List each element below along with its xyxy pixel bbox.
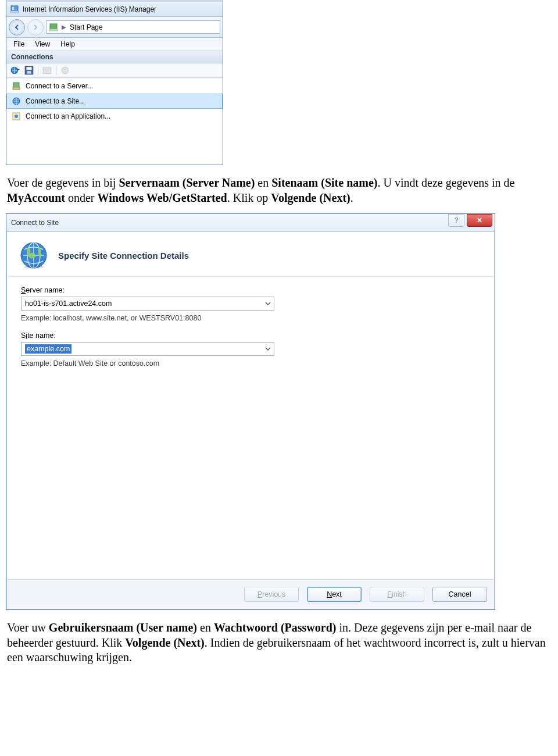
server-name-example: Example: localhost, www.site.net, or WES… [21,314,480,322]
breadcrumb-bar[interactable]: ▶ Start Page [46,20,220,34]
connect-site-item[interactable]: Connect to a Site... [6,94,223,109]
iis-icon [10,5,19,14]
menubar: File View Help [6,38,223,51]
dialog-close-button[interactable]: ✕ [467,214,492,227]
site-name-input[interactable]: example.com [21,342,274,356]
connect-server-item[interactable]: Connect to a Server... [6,79,223,94]
toolbar-separator [38,66,38,75]
save-icon[interactable] [24,65,34,76]
finish-button[interactable]: Finish [370,587,424,602]
instruction-paragraph-1: Voer de gegevens in bij Servernaam (Serv… [7,176,548,205]
toolbar-separator-2 [56,66,56,75]
connect-site-label: Connect to a Site... [26,97,85,105]
connections-panel-header: Connections [6,51,223,63]
globe-icon [12,97,21,106]
server-icon [12,81,21,91]
iis-manager-window: Internet Information Services (IIS) Mana… [6,0,223,165]
dialog-heading: Specify Site Connection Details [58,251,189,261]
site-name-example: Example: Default Web Site or contoso.com [21,359,480,368]
dialog-title: Connect to Site [11,219,59,227]
svg-rect-7 [27,67,32,70]
dialog-header: Specify Site Connection Details [7,232,494,277]
connect-to-site-dialog: Connect to Site ? ✕ [6,213,495,610]
menu-help[interactable]: Help [60,40,75,48]
window-title: Internet Information Services (IIS) Mana… [23,5,156,13]
svg-point-15 [15,115,18,118]
breadcrumb-text: Start Page [70,23,103,31]
disabled-tool-1-icon [42,65,52,76]
iis-small-icon [49,23,58,32]
empty-area [6,124,223,165]
svg-point-10 [62,67,68,73]
svg-rect-9 [43,67,51,73]
connect-app-item[interactable]: Connect to an Application... [6,109,223,124]
instruction-paragraph-2: Voer uw Gebruikersnaam (User name) en Wa… [7,621,548,665]
svg-rect-11 [13,83,19,87]
server-name-value: ho01-is-s701.active24.com [25,299,112,308]
site-name-label: Site name: [21,331,480,340]
disabled-tool-2-icon [60,65,70,76]
connections-toolbar [6,63,223,78]
globe-large-icon [19,240,49,270]
back-button[interactable] [9,19,25,35]
connect-app-label: Connect to an Application... [26,112,110,120]
svg-rect-4 [49,29,58,31]
server-name-input[interactable]: ho01-is-s701.active24.com [21,297,274,311]
svg-rect-8 [27,71,31,74]
svg-rect-3 [50,24,57,29]
connect-menu: Connect to a Server... Connect to a Site… [6,78,223,124]
dialog-empty-area [21,377,480,575]
site-name-value: example.com [25,344,71,354]
dialog-titlebar: Connect to Site ? ✕ [6,214,495,231]
chevron-down-icon[interactable] [263,344,273,354]
cancel-button[interactable]: Cancel [432,587,487,602]
svg-point-18 [23,265,44,269]
breadcrumb-separator: ▶ [62,24,66,30]
previous-button[interactable]: Previous [244,587,299,602]
menu-view[interactable]: View [35,40,50,48]
svg-rect-2 [12,7,14,10]
chevron-down-icon[interactable] [263,298,273,309]
svg-rect-1 [10,11,19,13]
globe-dropdown-icon[interactable] [10,65,20,76]
connect-server-label: Connect to a Server... [26,82,93,90]
app-icon [12,112,21,121]
svg-rect-12 [13,87,20,90]
next-button[interactable]: Next [307,587,362,602]
titlebar: Internet Information Services (IIS) Mana… [6,2,223,17]
forward-button[interactable] [27,19,44,35]
dialog-help-button[interactable]: ? [448,214,464,227]
dialog-footer: Previous Next Finish Cancel [7,579,494,609]
server-name-label: Server name: [21,286,480,294]
menu-file[interactable]: File [13,40,24,48]
svg-rect-0 [11,6,18,11]
nav-row: ▶ Start Page [6,17,223,38]
